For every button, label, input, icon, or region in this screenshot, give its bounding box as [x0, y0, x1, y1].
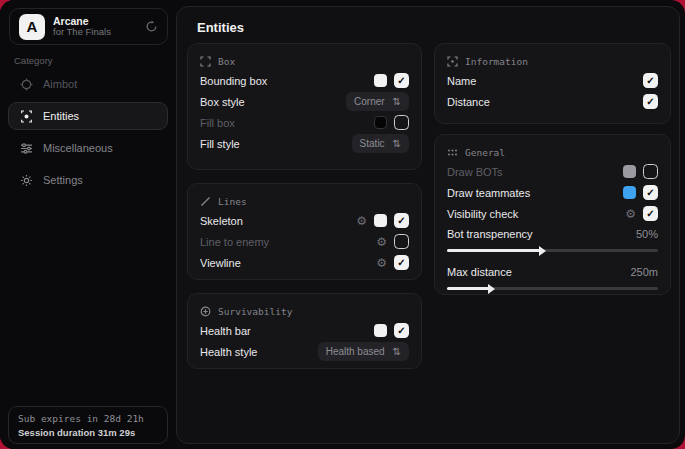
setting-row-visibility-check: Visibility check ⚙ ✓	[447, 203, 658, 224]
slider-fill[interactable]	[447, 287, 489, 290]
refresh-icon[interactable]	[145, 20, 158, 33]
color-swatch[interactable]	[374, 214, 387, 227]
sliders-icon	[19, 142, 33, 155]
card-title: Lines	[218, 196, 247, 207]
color-swatch[interactable]	[623, 186, 636, 199]
setting-row-fill-style: Fill style Static ⇅	[200, 133, 409, 154]
checkbox-distance[interactable]: ✓	[643, 94, 658, 109]
checkbox-name[interactable]: ✓	[643, 73, 658, 88]
info-brackets-icon	[447, 56, 458, 67]
unfold-arrows-icon: ⇅	[393, 96, 401, 107]
card-title: Survivability	[218, 306, 292, 317]
sidebar-item-label: Settings	[43, 174, 83, 186]
gear-icon[interactable]: ⚙	[356, 215, 367, 227]
entity-scan-icon	[19, 110, 33, 123]
sidebar-nav: Aimbot Entities Miscellaneous	[8, 70, 168, 198]
page-title: Entities	[197, 20, 244, 35]
gear-icon	[19, 174, 33, 187]
sidebar-item-label: Miscellaneous	[43, 142, 113, 154]
line-icon	[200, 196, 211, 207]
checkbox-viewline[interactable]: ✓	[394, 255, 409, 270]
sidebar-item-entities[interactable]: Entities	[8, 102, 168, 130]
sub-expiry-text: Sub expires in 28d 21h	[18, 413, 158, 424]
setting-row-max-distance: Max distance 250m	[447, 262, 658, 281]
checkbox-line-to-enemy[interactable]	[394, 234, 409, 249]
health-style-dropdown[interactable]: Health based ⇅	[318, 342, 409, 361]
unfold-arrows-icon: ⇅	[393, 138, 401, 149]
color-swatch[interactable]	[623, 165, 636, 178]
app-subtitle: for The Finals	[53, 27, 137, 38]
box-brackets-icon	[200, 56, 211, 67]
checkbox-draw-teammates[interactable]: ✓	[643, 185, 658, 200]
sidebar-item-miscellaneous[interactable]: Miscellaneous	[8, 134, 168, 162]
card-survivability: Survivability Health bar ✓ Health style …	[187, 293, 422, 369]
app-window: A Arcane for The Finals Category Aimbot	[0, 0, 685, 449]
setting-row-bot-transparency: Bot transpenency 50%	[447, 224, 658, 243]
sidebar: A Arcane for The Finals Category Aimbot	[0, 0, 176, 449]
card-information: Information Name ✓ Distance ✓	[434, 43, 671, 124]
gear-icon[interactable]: ⚙	[376, 236, 387, 248]
fill-style-dropdown[interactable]: Static ⇅	[352, 134, 409, 153]
sidebar-item-label: Aimbot	[43, 78, 77, 90]
card-lines: Lines Skeleton ⚙ ✓ Line to enemy ⚙ Viewl…	[187, 183, 422, 280]
card-box: Box Bounding box ✓ Box style Corner ⇅ Fi…	[187, 43, 422, 170]
subscription-info: Sub expires in 28d 21h Session duration …	[8, 406, 168, 444]
grid-icon	[447, 147, 458, 158]
setting-row-viewline: Viewline ⚙ ✓	[200, 252, 409, 273]
setting-row-box-style: Box style Corner ⇅	[200, 91, 409, 112]
setting-row-health-bar: Health bar ✓	[200, 320, 409, 341]
main-panel: Entities Box Bounding box ✓ Box style	[176, 6, 680, 444]
health-icon	[200, 306, 211, 317]
setting-row-draw-bots: Draw BOTs	[447, 161, 658, 182]
category-label: Category	[14, 55, 53, 66]
color-swatch[interactable]	[374, 116, 387, 129]
card-title: Box	[218, 56, 235, 67]
max-distance-value: 250m	[630, 266, 658, 278]
checkbox-fill-box[interactable]	[394, 115, 409, 130]
brand-card: A Arcane for The Finals	[9, 8, 168, 45]
card-general: General Draw BOTs Draw teammates ✓ Visib…	[434, 134, 671, 295]
session-duration-text: Session duration 31m 29s	[18, 427, 158, 438]
bot-transparency-slider[interactable]	[447, 249, 658, 252]
setting-row-fill-box: Fill box	[200, 112, 409, 133]
box-style-dropdown[interactable]: Corner ⇅	[346, 92, 409, 111]
card-title: Information	[465, 56, 528, 67]
gear-icon[interactable]: ⚙	[376, 257, 387, 269]
setting-row-health-style: Health style Health based ⇅	[200, 341, 409, 362]
setting-row-line-to-enemy: Line to enemy ⚙	[200, 231, 409, 252]
sidebar-item-aimbot[interactable]: Aimbot	[8, 70, 168, 98]
crosshair-icon	[19, 78, 33, 91]
slider-fill[interactable]	[447, 249, 540, 252]
color-swatch[interactable]	[374, 324, 387, 337]
sidebar-item-label: Entities	[43, 110, 79, 122]
bot-transparency-value: 50%	[636, 228, 658, 240]
sidebar-item-settings[interactable]: Settings	[8, 166, 168, 194]
gear-icon[interactable]: ⚙	[625, 208, 636, 220]
app-logo: A	[19, 14, 45, 40]
checkbox-health-bar[interactable]: ✓	[394, 323, 409, 338]
checkbox-bounding-box[interactable]: ✓	[394, 73, 409, 88]
setting-row-bounding-box: Bounding box ✓	[200, 70, 409, 91]
unfold-arrows-icon: ⇅	[393, 346, 401, 357]
setting-row-name: Name ✓	[447, 70, 658, 91]
max-distance-slider[interactable]	[447, 287, 658, 290]
color-swatch[interactable]	[374, 74, 387, 87]
card-title: General	[465, 147, 505, 158]
checkbox-visibility-check[interactable]: ✓	[643, 206, 658, 221]
setting-row-draw-teammates: Draw teammates ✓	[447, 182, 658, 203]
setting-row-distance: Distance ✓	[447, 91, 658, 112]
checkbox-draw-bots[interactable]	[643, 164, 658, 179]
setting-row-skeleton: Skeleton ⚙ ✓	[200, 210, 409, 231]
checkbox-skeleton[interactable]: ✓	[394, 213, 409, 228]
